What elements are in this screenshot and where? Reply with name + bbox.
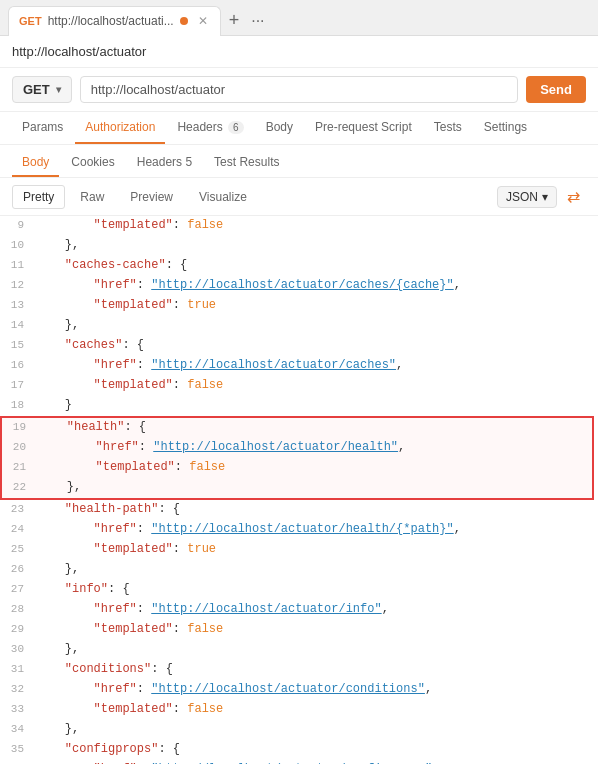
- line-content: },: [38, 478, 592, 497]
- json-line-33: 33 "templated": false: [0, 700, 598, 720]
- line-number: 11: [0, 256, 36, 275]
- body-tab-visualize[interactable]: Visualize: [188, 185, 258, 209]
- json-line-34: 34 },: [0, 720, 598, 740]
- line-content: "templated": false: [36, 620, 598, 639]
- tab-status-dot: [180, 17, 188, 25]
- line-content: "href": "http://localhost/actuator/healt…: [36, 520, 598, 539]
- line-content: },: [36, 720, 598, 739]
- json-line-11: 11 "caches-cache": {: [0, 256, 598, 276]
- response-tabs: Body Cookies Headers 5 Test Results: [0, 145, 598, 178]
- address-bar: http://localhost/actuator: [0, 36, 598, 68]
- json-content: 9 "templated": false 10 }, 11 "caches-ca…: [0, 216, 598, 764]
- line-number: 19: [2, 418, 38, 437]
- new-tab-button[interactable]: +: [221, 10, 248, 31]
- line-number: 15: [0, 336, 36, 355]
- line-number: 33: [0, 700, 36, 719]
- method-chevron-icon: ▾: [56, 84, 61, 95]
- line-number: 17: [0, 376, 36, 395]
- json-line-22: 22 },: [2, 478, 592, 498]
- json-line-17: 17 "templated": false: [0, 376, 598, 396]
- format-chevron-icon: ▾: [542, 190, 548, 204]
- tab-method: GET: [19, 15, 42, 27]
- json-line-9: 9 "templated": false: [0, 216, 598, 236]
- tab-body[interactable]: Body: [256, 112, 303, 144]
- line-number: 29: [0, 620, 36, 639]
- tab-params[interactable]: Params: [12, 112, 73, 144]
- line-number: 26: [0, 560, 36, 579]
- format-select[interactable]: JSON ▾: [497, 186, 557, 208]
- method-select[interactable]: GET ▾: [12, 76, 72, 103]
- filter-icon[interactable]: ⇄: [561, 184, 586, 209]
- tab-settings[interactable]: Settings: [474, 112, 537, 144]
- json-line-19: 19 "health": {: [2, 418, 592, 438]
- tab-tests[interactable]: Tests: [424, 112, 472, 144]
- line-content: "health-path": {: [36, 500, 598, 519]
- line-content: "templated": false: [36, 700, 598, 719]
- json-line-13: 13 "templated": true: [0, 296, 598, 316]
- json-line-29: 29 "templated": false: [0, 620, 598, 640]
- line-number: 22: [2, 478, 38, 497]
- line-number: 27: [0, 580, 36, 599]
- json-line-12: 12 "href": "http://localhost/actuator/ca…: [0, 276, 598, 296]
- json-line-21: 21 "templated": false: [2, 458, 592, 478]
- res-tab-headers[interactable]: Headers 5: [127, 149, 202, 177]
- line-number: 35: [0, 740, 36, 759]
- line-content: "href": "http://localhost/actuator/info"…: [36, 600, 598, 619]
- line-number: 9: [0, 216, 36, 235]
- line-content: }: [36, 396, 598, 415]
- line-number: 24: [0, 520, 36, 539]
- body-toolbar: Pretty Raw Preview Visualize JSON ▾ ⇄: [0, 178, 598, 216]
- line-number: 25: [0, 540, 36, 559]
- tab-prerequest[interactable]: Pre-request Script: [305, 112, 422, 144]
- json-line-35: 35 "configprops": {: [0, 740, 598, 760]
- line-number: 34: [0, 720, 36, 739]
- line-number: 23: [0, 500, 36, 519]
- format-label: JSON: [506, 190, 538, 204]
- json-line-31: 31 "conditions": {: [0, 660, 598, 680]
- json-line-24: 24 "href": "http://localhost/actuator/he…: [0, 520, 598, 540]
- res-tab-body[interactable]: Body: [12, 149, 59, 177]
- line-content: "href": "http://localhost/actuator/cache…: [36, 276, 598, 295]
- address-url: http://localhost/actuator: [12, 44, 146, 59]
- json-line-36: 36 "href": "http://localhost/actuator/co…: [0, 760, 598, 764]
- json-line-20: 20 "href": "http://localhost/actuator/he…: [2, 438, 592, 458]
- body-tab-preview[interactable]: Preview: [119, 185, 184, 209]
- line-content: "templated": false: [38, 458, 592, 477]
- line-content: },: [36, 316, 598, 335]
- tab-url: http://localhost/actuati...: [48, 14, 174, 28]
- json-line-14: 14 },: [0, 316, 598, 336]
- line-content: "href": "http://localhost/actuator/condi…: [36, 680, 598, 699]
- headers-badge: 6: [228, 121, 244, 134]
- request-bar: GET ▾ Send: [0, 68, 598, 112]
- body-tab-raw[interactable]: Raw: [69, 185, 115, 209]
- line-content: "info": {: [36, 580, 598, 599]
- tab-close-icon[interactable]: ✕: [198, 14, 208, 28]
- line-number: 18: [0, 396, 36, 415]
- res-tab-cookies[interactable]: Cookies: [61, 149, 124, 177]
- url-input[interactable]: [80, 76, 518, 103]
- send-button[interactable]: Send: [526, 76, 586, 103]
- json-line-15: 15 "caches": {: [0, 336, 598, 356]
- highlight-region: 19 "health": { 20 "href": "http://localh…: [0, 416, 594, 500]
- tab-menu-icon[interactable]: ···: [247, 12, 268, 30]
- line-content: "configprops": {: [36, 740, 598, 759]
- method-label: GET: [23, 82, 50, 97]
- body-tab-pretty[interactable]: Pretty: [12, 185, 65, 209]
- tab-authorization[interactable]: Authorization: [75, 112, 165, 144]
- line-content: "conditions": {: [36, 660, 598, 679]
- line-number: 16: [0, 356, 36, 375]
- line-number: 12: [0, 276, 36, 295]
- line-content: "templated": false: [36, 376, 598, 395]
- request-tabs: Params Authorization Headers 6 Body Pre-…: [0, 112, 598, 145]
- json-line-32: 32 "href": "http://localhost/actuator/co…: [0, 680, 598, 700]
- browser-tab[interactable]: GET http://localhost/actuati... ✕: [8, 6, 221, 36]
- line-content: "caches-cache": {: [36, 256, 598, 275]
- line-content: "health": {: [38, 418, 592, 437]
- res-tab-test-results[interactable]: Test Results: [204, 149, 289, 177]
- line-content: "templated": false: [36, 216, 598, 235]
- line-number: 10: [0, 236, 36, 255]
- res-headers-badge: 5: [185, 155, 192, 169]
- line-number: 21: [2, 458, 38, 477]
- line-number: 31: [0, 660, 36, 679]
- tab-headers[interactable]: Headers 6: [167, 112, 253, 144]
